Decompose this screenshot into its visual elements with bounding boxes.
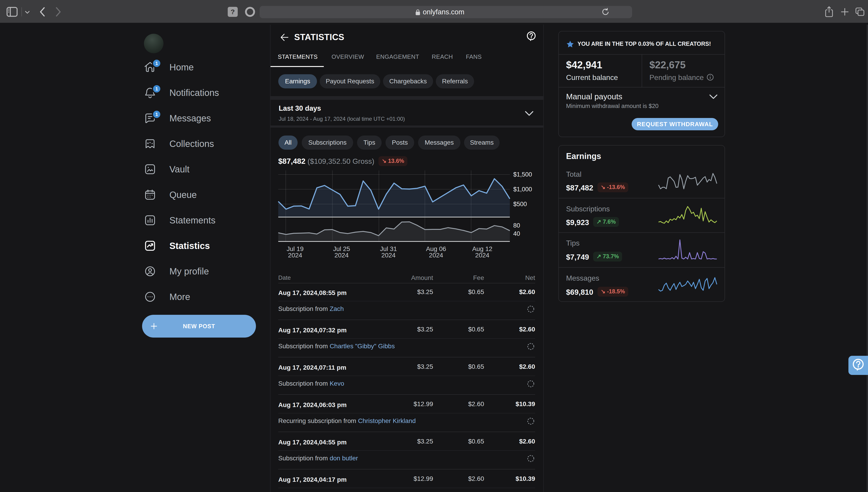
svg-text:$500: $500 — [513, 201, 527, 207]
svg-text:40: 40 — [513, 230, 520, 237]
svg-text:2024: 2024 — [288, 252, 302, 259]
svg-text:Jul 31: Jul 31 — [380, 245, 397, 252]
svg-text:2024: 2024 — [475, 252, 489, 259]
svg-text:Jul 25: Jul 25 — [333, 245, 350, 252]
svg-text:80: 80 — [513, 222, 520, 229]
svg-text:$1,500: $1,500 — [513, 171, 532, 178]
svg-text:Aug 06: Aug 06 — [426, 245, 446, 252]
svg-text:Jul 19: Jul 19 — [287, 245, 304, 252]
svg-text:$1,000: $1,000 — [513, 186, 532, 193]
svg-text:Aug 12: Aug 12 — [472, 245, 492, 252]
svg-text:2024: 2024 — [429, 252, 443, 259]
svg-text:2024: 2024 — [381, 252, 395, 259]
svg-text:2024: 2024 — [334, 252, 349, 259]
